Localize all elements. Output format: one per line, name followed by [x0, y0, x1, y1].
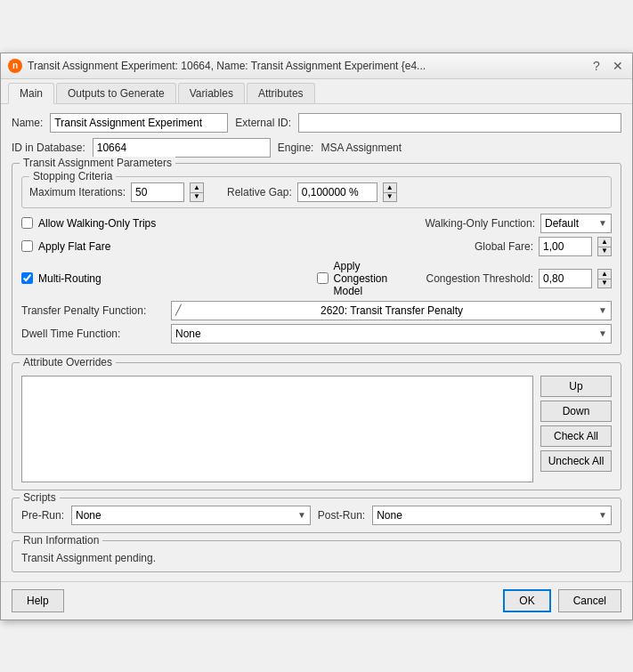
name-label: Name: — [12, 117, 43, 129]
congestion-threshold-input[interactable] — [539, 269, 592, 288]
tab-variables[interactable]: Variables — [178, 83, 245, 103]
title-bar-right: ? ✕ — [589, 59, 625, 73]
congestion-up[interactable]: ▲ — [597, 269, 612, 279]
tab-attributes[interactable]: Attributes — [247, 83, 315, 103]
congestion-down[interactable]: ▼ — [597, 279, 612, 288]
title-bar: n Transit Assignment Experiment: 10664, … — [1, 53, 632, 79]
bottom-right-buttons: OK Cancel — [503, 589, 621, 612]
id-row: ID in Database: Engine: MSA Assignment — [12, 138, 621, 158]
uncheck-all-button[interactable]: Uncheck All — [540, 450, 612, 472]
cancel-button[interactable]: Cancel — [558, 589, 621, 612]
check-all-button[interactable]: Check All — [540, 425, 612, 447]
post-run-dropdown[interactable]: None ▼ — [372, 506, 612, 525]
run-info-text: Transit Assignment pending. — [21, 552, 612, 564]
dwell-time-dropdown[interactable]: None ▼ — [171, 324, 612, 344]
tab-main[interactable]: Main — [8, 83, 54, 104]
rel-gap-up[interactable]: ▲ — [383, 182, 397, 192]
max-iter-input[interactable] — [131, 182, 184, 202]
dwell-time-label: Dwell Time Function: — [21, 328, 164, 340]
multi-routing-label: Multi-Routing — [38, 272, 101, 285]
title-bar-left: n Transit Assignment Experiment: 10664, … — [8, 59, 426, 73]
multi-routing-checkbox[interactable] — [21, 272, 33, 284]
app-icon: n — [8, 59, 22, 73]
run-info-group: Run Information Transit Assignment pendi… — [12, 540, 621, 572]
global-fare-up[interactable]: ▲ — [597, 237, 612, 247]
congestion-checkbox[interactable] — [317, 272, 329, 284]
name-row: Name: External ID: — [12, 113, 621, 133]
transfer-penalty-value: 2620: Transit Transfer Penalty — [321, 304, 463, 317]
main-content: Name: External ID: ID in Database: Engin… — [1, 104, 632, 581]
walking-right: Walking-Only Function: Default ▼ — [317, 214, 613, 233]
walking-label: Allow Walking-Only Trips — [38, 217, 156, 230]
walking-left: Allow Walking-Only Trips — [21, 217, 317, 230]
main-window: n Transit Assignment Experiment: 10664, … — [0, 53, 633, 620]
stopping-criteria-title: Stopping Criteria — [29, 170, 116, 182]
walking-func-dropdown[interactable]: Default ▼ — [540, 214, 612, 233]
walking-func-arrow: ▼ — [598, 218, 607, 228]
down-button[interactable]: Down — [540, 401, 612, 422]
dwell-time-value: None — [175, 328, 201, 340]
max-iter-spinner: ▲ ▼ — [190, 182, 204, 202]
rel-gap-input[interactable] — [297, 182, 377, 202]
pencil-icon: ╱ — [175, 304, 182, 316]
rel-gap-label: Relative Gap: — [227, 186, 292, 198]
window-title: Transit Assignment Experiment: 10664, Na… — [28, 60, 426, 72]
global-fare-label: Global Fare: — [475, 240, 533, 253]
walking-func-label: Walking-Only Function: — [425, 217, 535, 230]
name-input[interactable] — [50, 113, 228, 133]
walking-checkbox[interactable] — [21, 217, 33, 229]
stopping-criteria-row: Maximum Iterations: ▲ ▼ Relative Gap: ▲ … — [29, 182, 604, 202]
flat-fare-label: Apply Flat Fare — [38, 240, 110, 253]
rel-gap-spinner: ▲ ▼ — [383, 182, 397, 202]
global-fare-input[interactable] — [539, 237, 592, 256]
ok-button[interactable]: OK — [503, 589, 550, 612]
bottom-bar: Help OK Cancel — [1, 581, 632, 619]
transfer-penalty-row: Transfer Penalty Function: ╱ 2620: Trans… — [21, 301, 612, 320]
multi-routing-right: Apply Congestion Model Congestion Thresh… — [317, 260, 613, 297]
stopping-criteria-group: Stopping Criteria Maximum Iterations: ▲ … — [21, 176, 612, 208]
transit-params-title: Transit Assignment Parameters — [20, 157, 175, 169]
id-label: ID in Database: — [12, 142, 85, 154]
scripts-group: Scripts Pre-Run: None ▼ Post-Run: None ▼ — [12, 498, 621, 533]
attr-overrides-title: Attribute Overrides — [20, 356, 116, 368]
rel-gap-down[interactable]: ▼ — [383, 192, 397, 202]
global-fare-spinner: ▲ ▼ — [597, 237, 612, 256]
id-input[interactable] — [93, 138, 271, 158]
scripts-title: Scripts — [20, 491, 60, 504]
attr-buttons: Up Down Check All Uncheck All — [540, 376, 612, 482]
help-button[interactable]: Help — [12, 589, 64, 612]
post-run-value: None — [377, 509, 402, 522]
help-icon-btn[interactable]: ? — [589, 59, 604, 73]
flat-fare-checkbox[interactable] — [21, 240, 33, 252]
ext-id-input[interactable] — [298, 113, 621, 133]
attr-overrides-group: Attribute Overrides Up Down Check All Un… — [12, 362, 621, 490]
pre-run-dropdown[interactable]: None ▼ — [71, 506, 311, 525]
congestion-label: Apply Congestion Model — [334, 260, 418, 297]
transfer-penalty-arrow: ▼ — [598, 305, 607, 315]
up-button[interactable]: Up — [540, 376, 612, 397]
pre-run-arrow: ▼ — [297, 510, 306, 520]
dwell-time-row: Dwell Time Function: None ▼ — [21, 324, 612, 344]
scripts-section: Scripts Pre-Run: None ▼ Post-Run: None ▼ — [12, 498, 621, 533]
engine-value: MSA Assignment — [321, 142, 402, 154]
tab-outputs[interactable]: Outputs to Generate — [56, 83, 176, 103]
post-run-arrow: ▼ — [598, 510, 607, 520]
max-iter-up[interactable]: ▲ — [190, 182, 204, 192]
max-iter-label: Maximum Iterations: — [29, 186, 126, 198]
engine-label: Engine: — [278, 142, 314, 154]
congestion-threshold-spinner: ▲ ▼ — [597, 269, 612, 288]
pre-run-value: None — [76, 509, 101, 522]
attr-overrides-area: Up Down Check All Uncheck All — [21, 376, 612, 482]
global-fare-down[interactable]: ▼ — [597, 247, 612, 256]
run-info-title: Run Information — [20, 534, 102, 547]
close-btn[interactable]: ✕ — [611, 59, 625, 73]
max-iter-down[interactable]: ▼ — [190, 192, 204, 202]
transfer-penalty-label: Transfer Penalty Function: — [21, 304, 164, 317]
ext-id-label: External ID: — [235, 117, 291, 129]
scripts-row: Pre-Run: None ▼ Post-Run: None ▼ — [21, 506, 612, 525]
pre-run-label: Pre-Run: — [21, 509, 64, 522]
flat-fare-row: Apply Flat Fare Global Fare: ▲ ▼ — [21, 237, 612, 256]
transfer-penalty-dropdown[interactable]: ╱ 2620: Transit Transfer Penalty ▼ — [171, 301, 612, 320]
post-run-label: Post-Run: — [318, 509, 365, 522]
walking-func-value: Default — [545, 217, 579, 230]
